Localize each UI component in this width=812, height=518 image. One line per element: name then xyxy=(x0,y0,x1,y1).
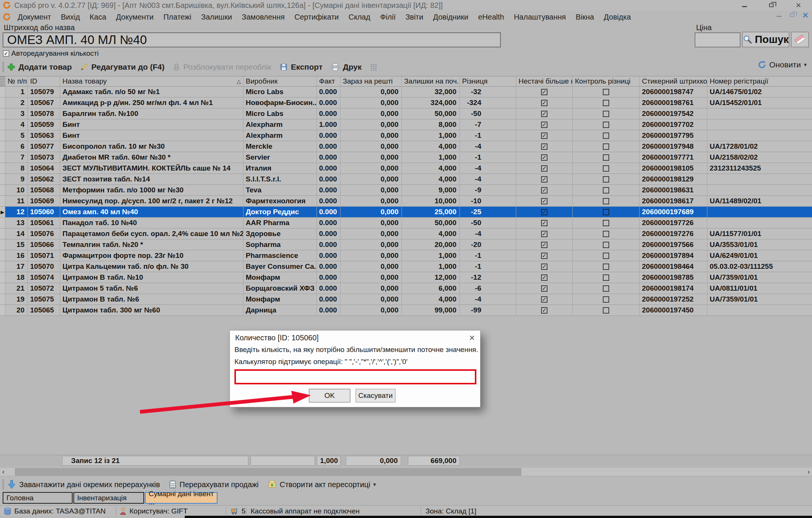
cell-reg[interactable]: UA/7359/01/01 xyxy=(707,294,812,305)
cell-name[interactable]: Бисопролол табл. 10 мг №30 xyxy=(60,141,243,152)
ok-button[interactable]: OK xyxy=(309,389,350,402)
cell-barcode[interactable]: 2060000197894 xyxy=(640,250,707,261)
cell-fact[interactable]: 0.000 xyxy=(317,185,341,195)
cell-maker[interactable]: Micro Labs xyxy=(243,108,317,119)
table-row[interactable]: 17105070Цитра Кальцемин таб. п/о фл. № 3… xyxy=(0,261,812,272)
table-row[interactable]: 5105063БинтAlexpharm0.0000,0001,000-1✓20… xyxy=(0,130,812,141)
cell-num[interactable]: 14 xyxy=(5,229,28,239)
checkbox-checked[interactable]: ✓ xyxy=(541,111,547,117)
menu-item-вікна[interactable]: Вікна xyxy=(571,13,599,21)
cell-fact[interactable]: 0.000 xyxy=(317,272,341,283)
checkbox-unchecked[interactable] xyxy=(603,264,609,270)
menu-item-ehealth[interactable]: eHealth xyxy=(473,13,509,21)
cell-now[interactable]: 0,000 xyxy=(341,98,402,108)
table-row[interactable]: 21105072Цитрамон 5 табл. №6Борщаговский … xyxy=(0,283,812,294)
cell-begin[interactable]: 1,000 xyxy=(402,261,460,272)
cell-id[interactable]: 105066 xyxy=(28,239,60,250)
minimize-button[interactable] xyxy=(731,2,758,9)
checkbox-checked[interactable]: ✓ xyxy=(541,296,547,303)
cell-id[interactable]: 105072 xyxy=(28,283,60,294)
cell-begin[interactable]: 99,000 xyxy=(402,305,460,315)
cell-now[interactable]: 0,000 xyxy=(341,130,402,141)
checkbox-unchecked[interactable] xyxy=(603,89,609,95)
cell-barcode[interactable]: 2060000197689 xyxy=(640,207,707,217)
column-header-fact[interactable]: Факт xyxy=(317,76,341,86)
cell-num[interactable]: 6 xyxy=(5,141,28,152)
table-row[interactable]: 3105078Баралгин табл. №100Micro Labs0.00… xyxy=(0,108,812,119)
menu-item-звіти[interactable]: Звіти xyxy=(400,13,428,21)
cell-num[interactable]: 3 xyxy=(5,108,28,119)
cell-reg[interactable]: UA/11489/02/01 xyxy=(707,196,812,206)
cell-begin[interactable]: 10,000 xyxy=(402,196,460,206)
table-row[interactable]: 8105064ЗЕСТ МУЛЬТИВИТАМИН. КОКТЕЙЛЬ саше… xyxy=(0,163,812,174)
cell-now[interactable]: 0,000 xyxy=(341,218,402,228)
cell-now[interactable]: 0,000 xyxy=(341,229,402,239)
checkbox-unchecked[interactable] xyxy=(603,296,609,303)
cell-barcode[interactable]: 2060000197795 xyxy=(640,130,707,141)
cell-reg[interactable]: UA/7359/01/01 xyxy=(707,272,812,283)
menu-item-замовлення[interactable]: Замовлення xyxy=(237,13,290,21)
cell-id[interactable]: 105069 xyxy=(28,196,60,206)
cell-now[interactable]: 0,000 xyxy=(341,152,402,163)
cell-id[interactable]: 105075 xyxy=(28,294,60,305)
cell-maker[interactable]: Фармтехнология xyxy=(243,196,317,206)
cell-diff[interactable]: -4 xyxy=(460,174,516,184)
scrollbar-thumb[interactable] xyxy=(15,468,521,475)
cell-begin[interactable]: 4,000 xyxy=(402,163,460,174)
cell-barcode[interactable]: 2060000197702 xyxy=(640,119,707,130)
cell-id[interactable]: 105065 xyxy=(28,305,60,315)
cell-fact[interactable]: 0.000 xyxy=(317,229,341,239)
cell-name[interactable]: Цитра Кальцемин таб. п/о фл. № 30 xyxy=(60,261,243,272)
table-row[interactable]: 19105075Цитрамон В табл. №6Монфарм0.0000… xyxy=(0,294,812,305)
cell-maker[interactable]: Alexpharm xyxy=(243,130,317,141)
cell-fact[interactable]: 0.000 xyxy=(317,174,341,184)
cell-now[interactable]: 0,000 xyxy=(341,294,402,305)
cell-barcode[interactable]: 2060000197450 xyxy=(640,305,707,315)
checkbox-checked[interactable]: ✓ xyxy=(541,274,547,281)
checkbox-checked[interactable]: ✓ xyxy=(541,187,547,193)
cell-barcode[interactable]: 2060000198617 xyxy=(640,196,707,206)
cell-barcode[interactable]: 2060000198174 xyxy=(640,283,707,294)
cell-num[interactable]: 11 xyxy=(5,196,28,206)
checkbox-unchecked[interactable] xyxy=(603,122,609,128)
table-row[interactable]: 20105065Цитрамон табл. 300 мг №60Дарница… xyxy=(0,305,812,316)
cell-maker[interactable]: Здоровье xyxy=(243,229,317,239)
tab-inventory[interactable]: Інвентаризація xyxy=(73,492,144,504)
table-row[interactable]: 2105067Амикацид р-р д/ин. 250 мг/мл фл. … xyxy=(0,98,812,108)
horizontal-scrollbar[interactable]: ‹ › xyxy=(0,467,812,476)
cell-reg[interactable] xyxy=(707,130,812,141)
table-row[interactable]: 11105069Нимесулид пор. д/сусп. 100 мг/2 … xyxy=(0,196,812,207)
tab-summary-active[interactable]: Сумарні дані інвент ... xyxy=(145,492,217,504)
mdi-restore-button[interactable] xyxy=(790,12,794,18)
cell-diff[interactable]: -4 xyxy=(460,294,516,305)
cell-num[interactable]: 16 xyxy=(5,250,28,261)
cell-id[interactable]: 105078 xyxy=(28,108,60,119)
cell-begin[interactable]: 8,000 xyxy=(402,119,460,130)
columns-icon[interactable] xyxy=(370,63,377,71)
cell-maker[interactable]: Servier xyxy=(243,152,317,163)
table-row[interactable]: 10105068Метформин табл. п/о 1000 мг №30T… xyxy=(0,185,812,196)
cell-reg[interactable] xyxy=(707,185,812,195)
cell-barcode[interactable]: 2060000197542 xyxy=(640,108,707,119)
cell-now[interactable]: 0,000 xyxy=(341,283,402,294)
cell-reg[interactable] xyxy=(707,305,812,315)
print-button[interactable]: Друк xyxy=(331,62,362,72)
cell-now[interactable]: 0,000 xyxy=(341,185,402,195)
cell-name[interactable]: Нимесулид пор. д/сусп. 100 мг/2 г, пакет… xyxy=(60,196,243,206)
checkbox-checked[interactable]: ✓ xyxy=(541,122,547,128)
restore-button[interactable] xyxy=(758,2,785,9)
cell-reg[interactable]: UA/15452/01/01 xyxy=(707,98,812,108)
table-row[interactable]: 15105066Темпалгин табл. №20 *Sopharma0.0… xyxy=(0,239,812,250)
cell-fact[interactable]: 0.000 xyxy=(317,152,341,163)
price-input[interactable] xyxy=(695,32,741,47)
cell-num[interactable]: 20 xyxy=(5,305,28,315)
recalc-sales-button[interactable]: Перерахувати продажі xyxy=(169,480,259,489)
menu-item-довідники[interactable]: Довідники xyxy=(428,13,473,21)
cell-num[interactable]: 19 xyxy=(5,294,28,305)
menu-item-платежі[interactable]: Платежі xyxy=(158,13,196,21)
mdi-minimize-button[interactable] xyxy=(777,12,782,18)
cell-num[interactable]: 12 xyxy=(5,207,28,217)
table-row[interactable]: 6105077Бисопролол табл. 10 мг №30Merckle… xyxy=(0,141,812,152)
cell-num[interactable]: 8 xyxy=(5,163,28,174)
cell-begin[interactable]: 324,000 xyxy=(402,98,460,108)
